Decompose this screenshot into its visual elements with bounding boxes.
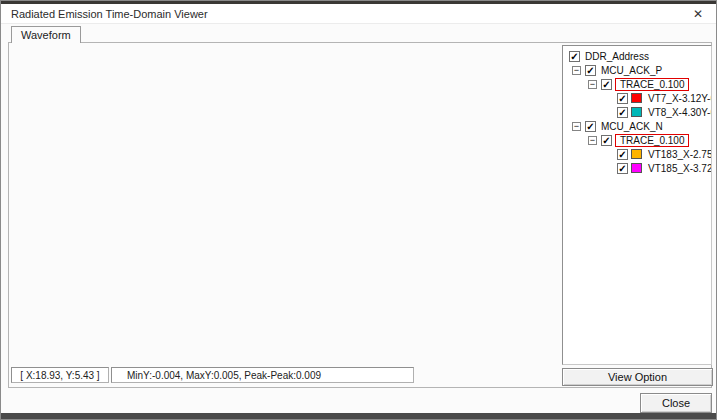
tree-collapse-icon[interactable]: − [588, 80, 597, 89]
tree-node[interactable]: −✓TRACE_0.100 [563, 133, 711, 147]
tree-node[interactable]: −✓TRACE_0.100 [563, 77, 711, 91]
titlebar: Radiated Emission Time-Domain Viewer ✕ [1, 4, 717, 24]
view-option-button[interactable]: View Option [562, 368, 713, 386]
tree-collapse-icon[interactable]: − [572, 66, 581, 75]
tree-checkbox[interactable]: ✓ [585, 121, 596, 132]
window-title: Radiated Emission Time-Domain Viewer [11, 8, 208, 20]
tree-collapse-icon[interactable]: − [588, 136, 597, 145]
tree-checkbox[interactable]: ✓ [617, 93, 628, 104]
tree-node-label[interactable]: MCU_ACK_N [599, 121, 665, 132]
tree-node[interactable]: ✓VT183_X-2.75Y-6.80 [563, 147, 711, 161]
tree-checkbox[interactable]: ✓ [601, 135, 612, 146]
tree-color-swatch [631, 107, 642, 117]
tree-node[interactable]: −✓MCU_ACK_P [563, 63, 711, 77]
taskbar-strip [1, 413, 717, 420]
tree-color-swatch [631, 163, 642, 173]
tree-color-swatch [631, 93, 642, 103]
status-cursor-box: [ X:18.93, Y:5.43 ] [11, 367, 109, 383]
tree-node-label[interactable]: DDR_Address [583, 51, 651, 62]
tree-node-label[interactable]: TRACE_0.100 [615, 134, 689, 147]
status-stats-box: MinY:-0.004, MaxY:0.005, Peak-Peak:0.009 [111, 367, 414, 383]
signal-tree-panel: ✓DDR_Address−✓MCU_ACK_P−✓TRACE_0.100✓VT7… [562, 45, 712, 365]
tree-node-label[interactable]: VT185_X-3.72Y-7.77 [646, 163, 712, 174]
tree-node[interactable]: ✓VT7_X-3.12Y-6.87 [563, 91, 711, 105]
tab-waveform[interactable]: Waveform [11, 26, 81, 43]
tree-node[interactable]: ✓VT185_X-3.72Y-7.77 [563, 161, 711, 175]
close-icon[interactable]: ✕ [686, 4, 710, 23]
tree-node-label[interactable]: VT183_X-2.75Y-6.80 [646, 149, 712, 160]
tree-node-label[interactable]: VT8_X-4.30Y-6.87 [646, 107, 712, 118]
tree-node[interactable]: −✓MCU_ACK_N [563, 119, 711, 133]
tree-checkbox[interactable]: ✓ [569, 51, 580, 62]
tree-checkbox[interactable]: ✓ [585, 65, 596, 76]
tree-checkbox[interactable]: ✓ [617, 107, 628, 118]
tree-node-label[interactable]: TRACE_0.100 [615, 78, 689, 91]
tree-checkbox[interactable]: ✓ [617, 149, 628, 160]
dialog-window: Radiated Emission Time-Domain Viewer ✕ W… [0, 0, 717, 420]
tree-color-swatch [631, 149, 642, 159]
tree-node[interactable]: ✓VT8_X-4.30Y-6.87 [563, 105, 711, 119]
tree-checkbox[interactable]: ✓ [617, 163, 628, 174]
cursor-readout: [ X:18.93, Y:5.43 ] [20, 370, 99, 381]
close-button[interactable]: Close [640, 393, 712, 413]
stats-readout: MinY:-0.004, MaxY:0.005, Peak-Peak:0.009 [127, 370, 321, 381]
tree-node[interactable]: ✓DDR_Address [563, 49, 711, 63]
tree-node-label[interactable]: VT7_X-3.12Y-6.87 [646, 93, 712, 104]
tree-collapse-icon[interactable]: − [572, 122, 581, 131]
tree-checkbox[interactable]: ✓ [601, 79, 612, 90]
tree-node-label[interactable]: MCU_ACK_P [599, 65, 664, 76]
